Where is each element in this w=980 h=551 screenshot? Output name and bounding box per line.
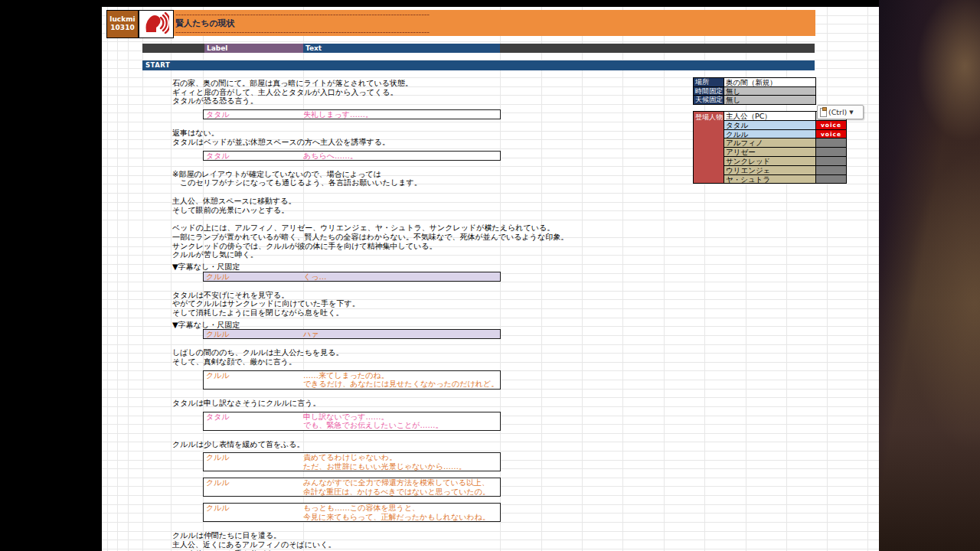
speaker-label: クルル — [204, 478, 303, 496]
file-id-line2: 10310 — [110, 24, 134, 31]
speaker-label: クルル — [204, 453, 303, 471]
chevron-down-icon: ▼ — [849, 109, 853, 116]
text-column-header[interactable]: Text — [303, 44, 500, 53]
gridline — [867, 7, 868, 551]
voice-icon-cell[interactable] — [139, 10, 174, 38]
dialogue-box[interactable]: クルルハァ — [203, 329, 501, 339]
narration-text: クルルは少し表情を緩めて首をふる。 — [172, 440, 785, 449]
dialogue-text: くっ… — [303, 272, 500, 281]
dialogue-box[interactable]: クルルもっとも……この容体を思うと、 今見に来てもらって、正解だったかもしれない… — [203, 503, 501, 522]
narration-text: クルルは仲間たちに目を遣る。 主人公、近くにあるアルフィノのそばにいく。 その身… — [172, 531, 785, 551]
speaker-label: タタル — [204, 110, 303, 119]
narration-text: ベッドの上には、アルフィノ、アリゼー、ウリエンジェ、ヤ・シュトラ、サンクレッドが… — [172, 223, 785, 259]
direction-marker: ▼字幕なし・尺固定 — [172, 262, 785, 272]
direction-marker: ▼字幕なし・尺固定 — [172, 321, 785, 330]
header-filler-cell[interactable] — [500, 44, 815, 53]
clipboard-icon — [820, 108, 827, 117]
dialogue-text: 責めてるわけじゃないわ。 ただ、お世辞にもいい光景じゃないから……。 — [303, 453, 500, 471]
speaker-label: タタル — [204, 152, 303, 160]
dialogue-box[interactable]: タタルあちらへ……。 — [203, 151, 501, 161]
dialogue-text: ……来てしまったのね。 できるだけ、あなたには見せたくなかったのだけれど。 — [303, 371, 500, 389]
background-artwork — [879, 0, 980, 551]
narration-text: 主人公、休憩スペースに移動する。 そして眼前の光景にハッとする。 — [172, 197, 785, 214]
page-title: 賢人たちの現状 — [175, 18, 815, 28]
speaker-label: クルル — [204, 371, 303, 389]
no-voice-badge — [815, 174, 847, 184]
gridline — [142, 7, 143, 551]
speaker-label: クルル — [204, 272, 303, 281]
gridline — [107, 7, 108, 551]
dialogue-box[interactable]: クルル責めてるわけじゃないわ。 ただ、お世辞にもいい光景じゃないから……。 — [203, 452, 501, 471]
banner-dashes-top: ----------------------------------------… — [175, 11, 431, 18]
speaker-label: クルル — [204, 330, 303, 338]
gridline — [117, 7, 118, 551]
gridline — [128, 7, 129, 551]
gridline — [827, 7, 828, 551]
dialogue-box[interactable]: タタル失礼しまっす……。 — [203, 109, 501, 119]
speaker-label: クルル — [204, 504, 303, 521]
title-banner: ----------------------------------------… — [174, 10, 815, 36]
info-value[interactable]: 無し — [724, 95, 816, 105]
paste-options-button[interactable]: (Ctrl) ▼ — [817, 105, 864, 119]
cast-panel-label: 登場人物 — [693, 111, 724, 184]
start-row[interactable]: START — [142, 60, 815, 70]
narration-text: タタルは申し訳なさそうにクルルに言う。 — [172, 399, 785, 408]
narration-text: タタルは不安げにそれを見守る。 やがてクルルはサンクレッドに向けていた手を下す。… — [172, 291, 785, 318]
dialogue-box[interactable]: タタル申し訳ないでっす……。 でも、緊急でお伝えしたいことが……。 — [203, 412, 501, 431]
info-label: 天候固定 — [693, 95, 724, 105]
header-spacer-cell[interactable] — [142, 44, 204, 53]
dialogue-text: もっとも……この容体を思うと、 今見に来てもらって、正解だったかもしれないわね。 — [303, 504, 500, 521]
file-id-cell[interactable]: luckmi 10310 — [106, 10, 139, 38]
spreadsheet: luckmi 10310 ---------------------------… — [102, 7, 879, 551]
dialogue-box[interactable]: クルルくっ… — [203, 272, 501, 282]
gridline — [171, 7, 172, 551]
narration-text: しばしの間ののち、クルルは主人公たちを見る。 そして、真剣な顔で、厳かに言う。 — [172, 348, 785, 366]
cast-member-cell[interactable]: ヤ・シュトラ — [724, 174, 816, 184]
speaker-head-icon — [143, 12, 169, 37]
dialogue-text: あちらへ……。 — [303, 152, 500, 160]
dialogue-text: 失礼しまっす……。 — [303, 110, 500, 119]
dialogue-box[interactable]: クルルみんながすでに全力で帰還方法を模索している以上、 余計な重圧は、かけるべき… — [203, 478, 501, 497]
paste-options-label: (Ctrl) — [828, 108, 847, 116]
dialogue-text: ハァ — [303, 330, 500, 338]
file-id-line1: luckmi — [109, 15, 135, 23]
dialogue-text: 申し訳ないでっす……。 でも、緊急でお伝えしたいことが……。 — [303, 412, 500, 430]
dialogue-box[interactable]: クルル……来てしまったのね。 できるだけ、あなたには見せたくなかったのだけれど。 — [203, 370, 501, 390]
banner-dashes-bottom: ----------------------------------------… — [175, 28, 431, 36]
speaker-label: タタル — [204, 412, 303, 430]
dialogue-text: みんながすでに全力で帰還方法を模索している以上、 余計な重圧は、かけるべきではな… — [303, 478, 500, 496]
label-column-header[interactable]: Label — [204, 44, 303, 53]
